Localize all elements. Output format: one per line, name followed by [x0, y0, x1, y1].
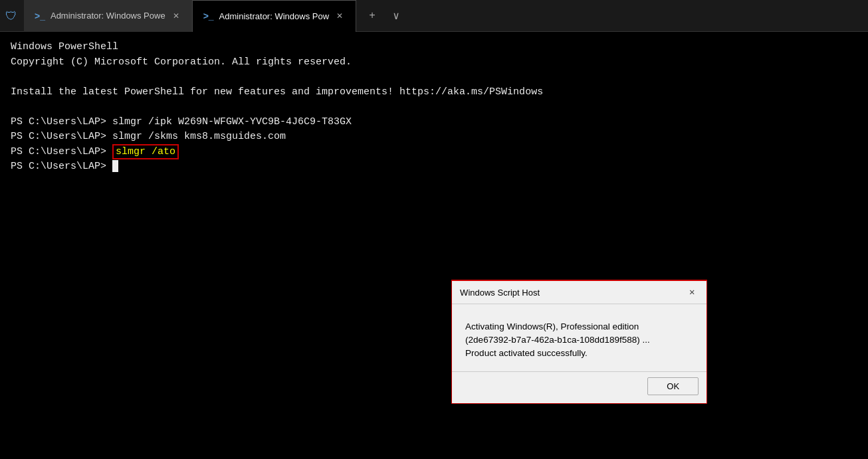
dialog-title: Windows Script Host	[460, 286, 540, 300]
terminal-prompt2: PS C:\Users\LAP>	[11, 131, 106, 142]
dialog-body-line1: Activating Windows(R), Professional edit…	[465, 321, 639, 331]
terminal-line2: Copyright (C) Microsoft Corporation. All…	[11, 56, 352, 68]
ps-icon-tab1: >_	[35, 11, 45, 21]
dropdown-button[interactable]: ∨	[385, 5, 407, 27]
terminal-content: Windows PowerShell Copyright (C) Microso…	[11, 40, 857, 175]
dialog-close-button[interactable]: ✕	[685, 286, 699, 300]
shield-icon: 🛡	[5, 9, 19, 23]
dialog-ok-button[interactable]: OK	[647, 377, 699, 395]
terminal-prompt1: PS C:\Users\LAP>	[11, 116, 106, 128]
terminal-cmd1: slmgr /ipk W269N-WFGWX-YVC9B-4J6C9-T83GX	[106, 116, 352, 128]
tab2-label: Administrator: Windows Pow	[219, 11, 329, 21]
terminal-cursor	[112, 160, 118, 172]
terminal-cmd3-highlight: slmgr /ato	[112, 144, 179, 159]
tab-1[interactable]: >_ Administrator: Windows Powe ✕	[24, 0, 193, 32]
tab-2[interactable]: >_ Administrator: Windows Pow ✕	[193, 0, 356, 32]
terminal-line4: Install the latest PowerShell for new fe…	[11, 86, 543, 98]
tab2-close[interactable]: ✕	[334, 11, 345, 21]
terminal-line1: Windows PowerShell	[11, 41, 118, 52]
wsh-dialog[interactable]: Windows Script Host ✕ Activating Windows…	[451, 280, 707, 404]
dialog-footer: OK	[452, 371, 706, 403]
titlebar-actions: + ∨	[362, 5, 407, 27]
tab1-close[interactable]: ✕	[171, 11, 181, 21]
titlebar: 🛡 >_ Administrator: Windows Powe ✕ >_ Ad…	[0, 0, 868, 32]
terminal-prompt4: PS C:\Users\LAP>	[11, 161, 106, 172]
terminal-prompt3: PS C:\Users\LAP>	[11, 146, 106, 157]
dialog-body-line3: Product activated successfully.	[465, 348, 588, 358]
ps-icon-tab2: >_	[203, 11, 214, 21]
new-tab-button[interactable]: +	[362, 5, 383, 27]
terminal-cmd2: slmgr /skms kms8.msguides.com	[106, 131, 286, 142]
terminal-window[interactable]: Windows PowerShell Copyright (C) Microso…	[0, 32, 868, 459]
dialog-body: Activating Windows(R), Professional edit…	[452, 304, 706, 371]
tab1-label: Administrator: Windows Powe	[51, 11, 165, 21]
titlebar-left: 🛡	[0, 9, 24, 23]
dialog-titlebar: Windows Script Host ✕	[452, 281, 706, 304]
dialog-body-line2: (2de67392-b7a7-462a-b1ca-108dd189f588) .…	[465, 335, 650, 345]
